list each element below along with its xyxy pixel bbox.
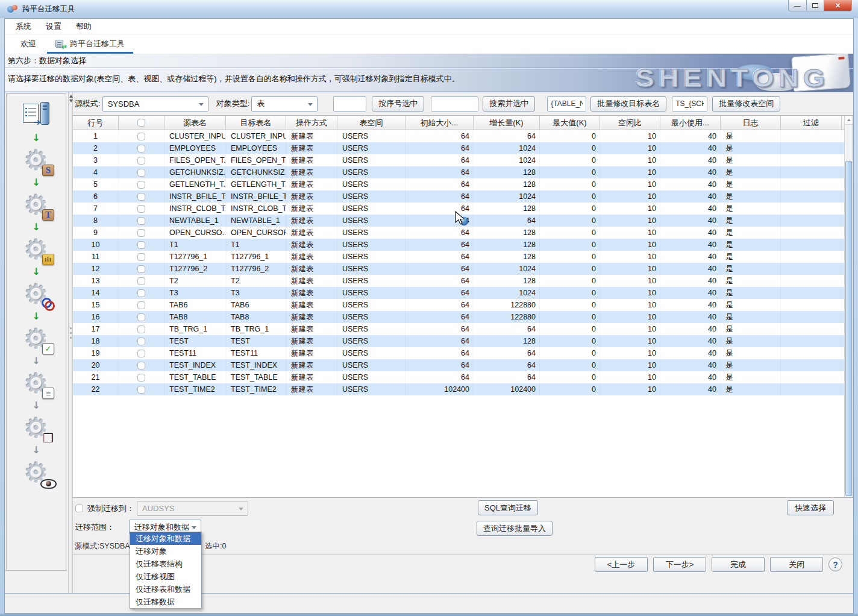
- table-row[interactable]: 16TAB8TAB8新建表USERS6412288001040是: [73, 311, 844, 323]
- table-row[interactable]: 1CLUSTER_INPU...CLUSTER_INPU...新建表USERS6…: [73, 130, 844, 142]
- cell-sel[interactable]: [119, 347, 164, 359]
- row-checkbox[interactable]: [137, 133, 145, 140]
- scope-option[interactable]: 迁移对象: [130, 545, 201, 558]
- column-header-free[interactable]: 空闲比: [600, 116, 660, 130]
- menu-item-system[interactable]: 系统: [8, 19, 39, 34]
- cell-sel[interactable]: [119, 383, 164, 395]
- cell-op[interactable]: 新建表: [286, 227, 337, 239]
- sequence-number-input[interactable]: [333, 96, 366, 112]
- cell-sel[interactable]: [119, 335, 164, 347]
- table-row[interactable]: 17TB_TRG_1TB_TRG_1新建表USERS646401040是: [73, 323, 844, 335]
- row-checkbox[interactable]: [137, 181, 145, 189]
- cell-op[interactable]: 新建表: [286, 371, 337, 383]
- splitter-collapse-icon[interactable]: [69, 95, 73, 98]
- maximize-button[interactable]: [806, 0, 824, 11]
- cell-sel[interactable]: [119, 154, 164, 166]
- splitter-expand-icon[interactable]: [69, 99, 73, 102]
- previous-step-button[interactable]: <上一步: [595, 557, 648, 572]
- column-header-op[interactable]: 操作方式: [286, 116, 337, 130]
- cell-op[interactable]: 新建表: [286, 311, 337, 323]
- column-header-minuse[interactable]: 最小使用...: [660, 116, 721, 130]
- table-vertical-scrollbar[interactable]: [844, 116, 853, 497]
- cell-op[interactable]: 新建表: [286, 263, 337, 275]
- cell-sel[interactable]: [119, 311, 164, 323]
- cell-sel[interactable]: [119, 142, 164, 154]
- column-header-no[interactable]: 行号: [73, 116, 119, 130]
- cell-sel[interactable]: [119, 239, 164, 251]
- row-checkbox[interactable]: [137, 362, 145, 369]
- column-header-sel[interactable]: [119, 116, 164, 130]
- row-checkbox[interactable]: [137, 169, 145, 177]
- row-checkbox[interactable]: [137, 145, 145, 152]
- table-row[interactable]: 7INSTR_CLOB_T...INSTR_CLOB_T...新建表USERS6…: [73, 203, 844, 215]
- row-checkbox[interactable]: [137, 253, 145, 261]
- menu-item-settings[interactable]: 设置: [39, 19, 69, 34]
- cell-sel[interactable]: [119, 203, 164, 215]
- cell-sel[interactable]: [119, 287, 164, 299]
- sidebar-splitter[interactable]: [68, 92, 73, 593]
- column-header-src[interactable]: 源表名: [164, 116, 226, 130]
- close-button[interactable]: ×: [824, 0, 852, 11]
- row-checkbox[interactable]: [137, 229, 145, 237]
- table-row[interactable]: 10T1T1新建表USERS6412801040是: [73, 239, 844, 251]
- help-button[interactable]: ?: [828, 558, 842, 571]
- row-checkbox[interactable]: [137, 338, 145, 345]
- row-checkbox[interactable]: [137, 325, 145, 333]
- cell-sel[interactable]: [119, 215, 164, 227]
- cell-sel[interactable]: [119, 251, 164, 263]
- cell-op[interactable]: 新建表: [286, 347, 337, 359]
- cell-sel[interactable]: [119, 130, 164, 142]
- table-row[interactable]: 9OPEN_CURSO...OPEN_CURSOR...新建表USERS6412…: [73, 227, 844, 239]
- column-header-max[interactable]: 最大值(K): [540, 116, 600, 130]
- table-row[interactable]: 22TEST_TIME2TEST_TIME2新建表USERS1024001024…: [73, 383, 844, 395]
- cell-sel[interactable]: [119, 323, 164, 335]
- column-header-tgt[interactable]: 目标表名: [226, 116, 286, 130]
- scope-option[interactable]: 迁移对象和数据: [130, 532, 201, 545]
- table-row[interactable]: 2EMPLOYEESEMPLOYEES新建表USERS64102401040是: [73, 142, 844, 154]
- table-row[interactable]: 5GETLENGTH_T...GETLENGTH_T...新建表USERS641…: [73, 178, 844, 190]
- cell-op[interactable]: 新建表: [286, 383, 337, 395]
- row-checkbox[interactable]: [137, 386, 145, 394]
- cell-op[interactable]: 新建表: [286, 299, 337, 311]
- table-row[interactable]: 11T127796_1T127796_1新建表USERS6412801040是: [73, 251, 844, 263]
- cell-sel[interactable]: [119, 299, 164, 311]
- cell-sel[interactable]: [119, 166, 164, 178]
- table-row[interactable]: 14T3T3新建表USERS64102401040是: [73, 287, 844, 299]
- cell-sel[interactable]: [119, 371, 164, 383]
- cell-sel[interactable]: [119, 190, 164, 203]
- cell-sel[interactable]: [119, 227, 164, 239]
- cell-sel[interactable]: [119, 275, 164, 287]
- cell-op[interactable]: 新建表: [286, 203, 337, 215]
- cell-op[interactable]: 新建表: [286, 335, 337, 347]
- scope-option[interactable]: 仅迁移表结构: [130, 558, 201, 570]
- row-checkbox[interactable]: [137, 289, 145, 297]
- column-header-ts[interactable]: 表空间: [337, 116, 406, 130]
- scroll-up-button[interactable]: [845, 116, 853, 125]
- tab-welcome[interactable]: 欢迎: [11, 34, 46, 54]
- batch-rename-button[interactable]: 批量修改目标表名: [590, 96, 666, 112]
- menu-item-help[interactable]: 帮助: [69, 19, 99, 34]
- table-row[interactable]: 19TEST11TEST11新建表USERS646401040是: [73, 347, 844, 359]
- scope-option[interactable]: 仅迁移数据: [130, 596, 201, 608]
- column-header-init[interactable]: 初始大小...: [406, 116, 474, 130]
- table-row[interactable]: 18TESTTEST新建表USERS6412801040是: [73, 335, 844, 347]
- force-migrate-select[interactable]: AUDSYS: [137, 501, 248, 516]
- row-checkbox[interactable]: [137, 157, 145, 165]
- minimize-button[interactable]: —: [788, 0, 807, 11]
- row-checkbox[interactable]: [137, 241, 145, 249]
- cell-op[interactable]: 新建表: [286, 359, 337, 371]
- row-checkbox[interactable]: [137, 265, 145, 273]
- batch-tablespace-button[interactable]: 批量修改表空间: [712, 96, 780, 112]
- table-row[interactable]: 4GETCHUNKSIZ...GETCHUNKSIZ...新建表USERS641…: [73, 166, 844, 178]
- cell-op[interactable]: 新建表: [286, 154, 337, 166]
- table-row[interactable]: 15TAB6TAB6新建表USERS6412288001040是: [73, 299, 844, 311]
- cell-op[interactable]: 新建表: [286, 275, 337, 287]
- select-by-sequence-button[interactable]: 按序号选中: [372, 96, 424, 112]
- column-header-log[interactable]: 日志: [721, 116, 781, 130]
- row-checkbox[interactable]: [137, 217, 145, 225]
- search-input[interactable]: [431, 96, 478, 112]
- search-select-button[interactable]: 搜索并选中: [483, 96, 535, 112]
- table-row[interactable]: 3FILES_OPEN_T...FILES_OPEN_TA...新建表USERS…: [73, 154, 844, 166]
- table-row[interactable]: 21TEST_TABLETEST_TABLE新建表USERS646401040是: [73, 371, 844, 383]
- cell-op[interactable]: 新建表: [286, 190, 337, 203]
